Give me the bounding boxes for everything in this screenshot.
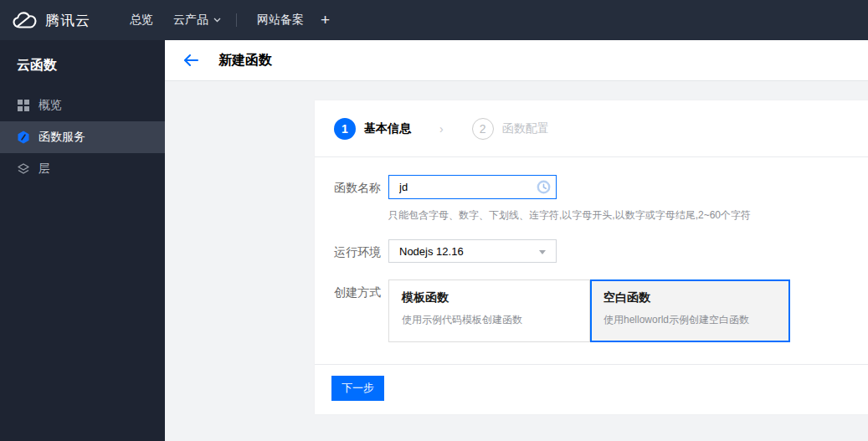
- function-name-row: 函数名称 只能包含字母、: [334, 175, 868, 223]
- creation-method-label: 创建方式: [334, 279, 388, 342]
- function-name-help: 只能包含字母、数字、下划线、连字符,以字母开头,以数字或字母结尾,2~60个字符: [388, 208, 751, 223]
- page-title: 新建函数: [218, 52, 272, 69]
- creation-method-row: 创建方式 模板函数 使用示例代码模板创建函数 空白函数 使用helloworld…: [334, 279, 868, 342]
- runtime-label: 运行环境: [334, 239, 388, 263]
- sidebar-title: 云函数: [0, 40, 165, 90]
- nav-divider: [236, 13, 237, 27]
- function-hexagon-icon: [17, 131, 30, 144]
- nav-add-button[interactable]: +: [321, 11, 330, 29]
- create-function-panel: 1 基本信息 › 2 函数配置 函数名称: [315, 100, 868, 414]
- top-navbar: 腾讯云 总览 云产品 网站备案 +: [0, 0, 868, 40]
- function-name-input[interactable]: [388, 175, 557, 199]
- nav-item-cloud-products[interactable]: 云产品: [173, 13, 221, 28]
- back-button[interactable]: [183, 54, 198, 66]
- next-step-button[interactable]: 下一步: [331, 376, 384, 401]
- clock-icon: [537, 180, 551, 197]
- sidebar-item-label: 概览: [39, 98, 62, 113]
- function-name-label: 函数名称: [334, 175, 388, 223]
- step-number-badge: 2: [472, 118, 494, 140]
- chevron-right-icon: ›: [439, 122, 444, 136]
- content-area: 1 基本信息 › 2 函数配置 函数名称: [165, 81, 868, 441]
- runtime-selected-value: Nodejs 12.16: [399, 245, 464, 258]
- brand-name: 腾讯云: [45, 11, 90, 30]
- basic-info-form: 函数名称 只能包含字母、: [315, 157, 868, 364]
- sidebar-item-overview[interactable]: 概览: [0, 90, 165, 121]
- blank-function-card[interactable]: 空白函数 使用helloworld示例创建空白函数: [590, 279, 790, 342]
- cloud-logo-icon: [12, 10, 38, 30]
- runtime-select[interactable]: Nodejs 12.16: [388, 239, 557, 263]
- sidebar: 云函数 概览 函数服务: [0, 40, 165, 441]
- nav-item-icp-filing[interactable]: 网站备案: [257, 13, 304, 28]
- template-function-card[interactable]: 模板函数 使用示例代码模板创建函数: [388, 279, 590, 342]
- sidebar-item-function-service[interactable]: 函数服务: [0, 121, 165, 153]
- page-header: 新建函数: [165, 40, 868, 81]
- step-indicator: 1 基本信息 › 2 函数配置: [315, 100, 868, 156]
- tencent-cloud-logo[interactable]: 腾讯云: [12, 10, 90, 30]
- nav-item-overview[interactable]: 总览: [130, 13, 153, 28]
- panel-footer: 下一步: [315, 364, 868, 416]
- sidebar-item-layers[interactable]: 层: [0, 153, 165, 185]
- runtime-row: 运行环境 Nodejs 12.16: [334, 239, 868, 263]
- caret-down-icon: [539, 250, 546, 254]
- step-number-badge: 1: [334, 118, 356, 140]
- step-basic-info: 1 基本信息: [334, 118, 411, 140]
- step-function-config: 2 函数配置: [472, 118, 549, 140]
- arrow-left-icon: [183, 54, 198, 66]
- layers-icon: [17, 162, 30, 176]
- sidebar-item-label: 函数服务: [39, 130, 85, 145]
- sidebar-item-label: 层: [39, 162, 50, 177]
- grid-icon: [17, 99, 30, 112]
- chevron-down-icon: [213, 18, 221, 23]
